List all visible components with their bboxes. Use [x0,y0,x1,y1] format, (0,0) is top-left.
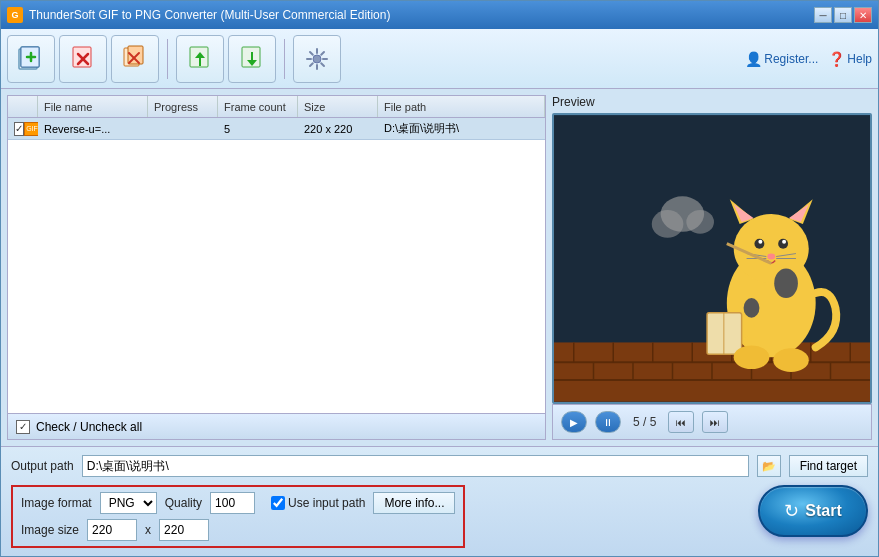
file-table-body: GIF Reverse-u=... 5 220 x 220 D:\桌面\说明书\ [8,118,545,413]
move-down-button[interactable] [228,35,276,83]
svg-point-45 [758,240,762,244]
size-row: Image size x [21,519,455,541]
add-files-icon [17,45,45,73]
svg-point-57 [744,298,760,318]
bottom-bar: Output path 📂 Find target Image format P… [1,446,878,556]
format-select[interactable]: PNG JPG BMP TIFF [100,492,157,514]
size-label: Image size [21,523,79,537]
start-label: Start [805,502,841,520]
header-check [8,96,38,117]
svg-point-47 [767,254,775,260]
start-icon: ↻ [784,500,799,522]
add-files-button[interactable] [7,35,55,83]
svg-point-46 [782,240,786,244]
close-button[interactable]: ✕ [854,7,872,23]
clear-all-button[interactable] [111,35,159,83]
check-all-bar: Check / Uncheck all [8,413,545,439]
preview-panel: Preview [552,95,872,440]
svg-point-14 [313,55,321,63]
next-frame-button[interactable]: ⏭ [702,411,728,433]
start-button[interactable]: ↻ Start [758,485,868,537]
svg-point-36 [686,210,714,234]
use-input-path-checkbox[interactable] [271,496,285,510]
row-progress [148,118,218,139]
find-target-button[interactable]: Find target [789,455,868,477]
help-icon: ❓ [828,51,845,67]
remove-selected-icon [69,45,97,73]
output-path-row: Output path 📂 Find target [11,455,868,477]
row-size: 220 x 220 [298,118,378,139]
toolbar: 👤 Register... ❓ Help [1,29,878,89]
use-input-path-label: Use input path [288,496,365,510]
register-icon: 👤 [745,51,762,67]
preview-scene [554,115,870,402]
table-row[interactable]: GIF Reverse-u=... 5 220 x 220 D:\桌面\说明书\ [8,118,545,140]
quality-input[interactable] [210,492,255,514]
svg-point-58 [734,345,770,369]
options-box: Image format PNG JPG BMP TIFF Quality Us… [11,485,465,548]
use-input-path-section: Use input path [271,496,365,510]
toolbar-separator-1 [167,39,168,79]
height-input[interactable] [159,519,209,541]
move-up-button[interactable] [176,35,224,83]
move-up-icon [186,45,214,73]
format-label: Image format [21,496,92,510]
row-checkbox[interactable] [14,122,24,136]
preview-controls: ▶ ⏸ 5 / 5 ⏮ ⏭ [552,404,872,440]
minimize-button[interactable]: ─ [814,7,832,23]
header-framecount: Frame count [218,96,298,117]
row-check-cell: GIF [8,118,38,139]
file-icon: GIF [24,122,38,136]
size-x-label: x [145,523,151,537]
register-section: 👤 Register... [745,51,818,67]
row-filename: Reverse-u=... [38,118,148,139]
header-filename: File name [38,96,148,117]
pause-button[interactable]: ⏸ [595,411,621,433]
main-content: File name Progress Frame count Size File… [1,89,878,446]
quality-label: Quality [165,496,202,510]
help-link[interactable]: Help [847,52,872,66]
row-filepath: D:\桌面\说明书\ [378,118,545,139]
start-button-container: ↻ Start [758,485,868,537]
output-path-input[interactable] [82,455,749,477]
browse-button[interactable]: 📂 [757,455,781,477]
svg-point-59 [773,348,809,372]
window-controls: ─ □ ✕ [814,7,872,23]
remove-selected-button[interactable] [59,35,107,83]
preview-label: Preview [552,95,872,109]
svg-point-56 [774,268,798,298]
more-info-button[interactable]: More info... [373,492,455,514]
toolbar-separator-2 [284,39,285,79]
play-button[interactable]: ▶ [561,411,587,433]
file-table-header: File name Progress Frame count Size File… [8,96,545,118]
register-link[interactable]: Register... [764,52,818,66]
help-section: ❓ Help [828,51,872,67]
output-path-label: Output path [11,459,74,473]
header-size: Size [298,96,378,117]
width-input[interactable] [87,519,137,541]
browse-icon: 📂 [762,460,776,473]
header-filepath: File path [378,96,545,117]
prev-frame-button[interactable]: ⏮ [668,411,694,433]
format-row: Image format PNG JPG BMP TIFF Quality Us… [21,492,455,514]
row-framecount: 5 [218,118,298,139]
maximize-button[interactable]: □ [834,7,852,23]
title-bar: G ThunderSoft GIF to PNG Converter (Mult… [1,1,878,29]
gear-icon [303,45,331,73]
main-window: G ThunderSoft GIF to PNG Converter (Mult… [0,0,879,557]
settings-button[interactable] [293,35,341,83]
svg-point-38 [734,214,809,283]
preview-counter: 5 / 5 [633,415,656,429]
window-title: ThunderSoft GIF to PNG Converter (Multi-… [29,8,814,22]
preview-box [552,113,872,404]
check-all-label: Check / Uncheck all [36,420,142,434]
move-down-icon [238,45,266,73]
file-panel: File name Progress Frame count Size File… [7,95,546,440]
clear-all-icon [121,45,149,73]
preview-image [554,115,870,402]
svg-point-35 [652,210,684,238]
check-all-checkbox[interactable] [16,420,30,434]
header-progress: Progress [148,96,218,117]
app-icon: G [7,7,23,23]
toolbar-right: 👤 Register... ❓ Help [745,51,872,67]
